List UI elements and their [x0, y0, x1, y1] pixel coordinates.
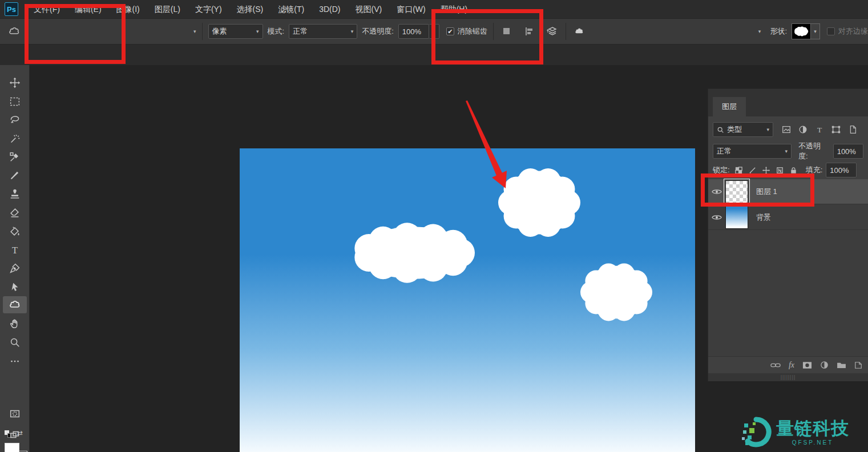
custom-shape-picker-caret-icon[interactable]: ▾: [811, 23, 820, 39]
visibility-eye-icon[interactable]: [708, 214, 725, 221]
layer-mask-icon[interactable]: [802, 361, 812, 369]
shape-label: 形状:: [770, 26, 787, 37]
filter-type-select[interactable]: 类型▾: [713, 122, 773, 137]
link-layers-icon[interactable]: [770, 362, 781, 369]
clone-stamp-tool[interactable]: [3, 185, 27, 203]
screen-mode-icon[interactable]: [3, 426, 27, 443]
opacity-label: 不透明度:: [362, 26, 394, 37]
menu-layer[interactable]: 图层(L): [147, 0, 188, 18]
layer-style-icon[interactable]: fx: [789, 361, 794, 370]
fill-mode-select[interactable]: 像素▾: [208, 24, 263, 39]
align-edges-checkbox: [827, 27, 835, 35]
layer-row-background[interactable]: 背景: [708, 205, 868, 230]
menu-view[interactable]: 视图(V): [348, 0, 389, 18]
layers-filter-row: 类型▾ T: [708, 119, 868, 140]
pen-tool[interactable]: [3, 260, 27, 277]
mode-label: 模式:: [268, 26, 285, 37]
layers-panel-bottom-bar: fx: [708, 356, 868, 373]
foreground-color-swatch[interactable]: [5, 443, 19, 452]
current-tool-preset-icon[interactable]: [7, 24, 22, 39]
type-filter-icon[interactable]: T: [814, 124, 825, 135]
quick-mask-icon[interactable]: [3, 405, 27, 422]
pixel-filter-icon[interactable]: [781, 124, 792, 135]
watermark: 量链科技 QFSP.NET: [740, 413, 866, 451]
separator: [566, 23, 566, 40]
watermark-subtitle: QFSP.NET: [792, 439, 834, 446]
custom-shape-tool[interactable]: [3, 296, 27, 313]
smartobject-filter-icon[interactable]: [847, 124, 858, 135]
layers-panel-tab-row: 图层: [708, 89, 868, 116]
move-tool[interactable]: [3, 74, 27, 91]
new-layer-icon[interactable]: [854, 361, 862, 369]
layers-opacity-input[interactable]: 100%: [833, 144, 863, 159]
menu-3d[interactable]: 3D(D): [312, 0, 348, 18]
photoshop-logo: Ps: [5, 2, 18, 16]
layers-blend-mode-select[interactable]: 正常▾: [713, 144, 792, 159]
more-tools-icon[interactable]: [3, 353, 27, 370]
eyedropper-tool[interactable]: [3, 148, 27, 166]
shape-options-caret-icon[interactable]: ▾: [754, 29, 761, 34]
path-arrange-icon[interactable]: [545, 24, 560, 39]
align-edges-label: 对齐边缘: [838, 26, 868, 37]
shape-filter-icon[interactable]: [831, 124, 841, 135]
opacity-input[interactable]: 100%: [398, 24, 429, 39]
watermark-title: 量链科技: [776, 419, 849, 438]
marquee-tool[interactable]: [3, 93, 27, 110]
panel-resize-grip[interactable]: ||||||||: [708, 373, 868, 381]
adjustment-layer-icon[interactable]: [820, 361, 829, 369]
lasso-tool[interactable]: [3, 111, 27, 128]
custom-shape-thumbnail[interactable]: [792, 23, 811, 39]
search-icon: [717, 126, 724, 134]
new-group-icon[interactable]: [837, 361, 846, 369]
background-thumbnail[interactable]: [725, 206, 748, 229]
menu-type[interactable]: 文字(Y): [188, 0, 229, 18]
document-canvas[interactable]: [240, 148, 695, 452]
layers-blend-row: 正常▾ 不透明度: 100%: [708, 142, 868, 161]
annotation-rect-shape-picker: [431, 9, 543, 64]
layers-opacity-label: 不透明度:: [798, 141, 830, 162]
brush-tool[interactable]: [3, 167, 27, 184]
background-layer-name[interactable]: 背景: [756, 212, 771, 223]
zoom-tool[interactable]: [3, 334, 27, 351]
menu-window[interactable]: 窗口(W): [389, 0, 433, 18]
paint-bucket-tool[interactable]: [3, 223, 27, 240]
hand-tool[interactable]: [3, 315, 27, 332]
fill-input[interactable]: 100%: [826, 163, 857, 177]
menu-select[interactable]: 选择(S): [229, 0, 271, 18]
blend-mode-select[interactable]: 正常▾: [289, 24, 357, 39]
svg-text:T: T: [817, 126, 822, 134]
photoshop-window: Ps 文件(F) 编辑(E) 图像(I) 图层(L) 文字(Y) 选择(S) 滤…: [0, 0, 868, 452]
tools-panel: T ⇄: [0, 65, 30, 452]
layers-tab[interactable]: 图层: [713, 97, 746, 116]
adjustment-filter-icon[interactable]: [798, 124, 808, 135]
shape-options-icon[interactable]: [572, 24, 587, 39]
eraser-tool[interactable]: [3, 204, 27, 221]
annotation-rect-layer1: [701, 173, 814, 207]
svg-text:T: T: [12, 245, 18, 256]
magic-wand-tool[interactable]: [3, 130, 27, 147]
tool-preset-caret-icon[interactable]: ▾: [189, 29, 196, 34]
type-tool[interactable]: T: [3, 241, 27, 259]
path-select-tool[interactable]: [3, 279, 27, 296]
annotation-rect-menu-options: [25, 4, 126, 64]
separator: [202, 23, 203, 40]
watermark-logo-icon: [740, 415, 773, 449]
menu-filter[interactable]: 滤镜(T): [271, 0, 312, 18]
layers-panel: 图层 类型▾ T 正常▾ 不透明度: 100% 锁定:: [708, 88, 868, 381]
